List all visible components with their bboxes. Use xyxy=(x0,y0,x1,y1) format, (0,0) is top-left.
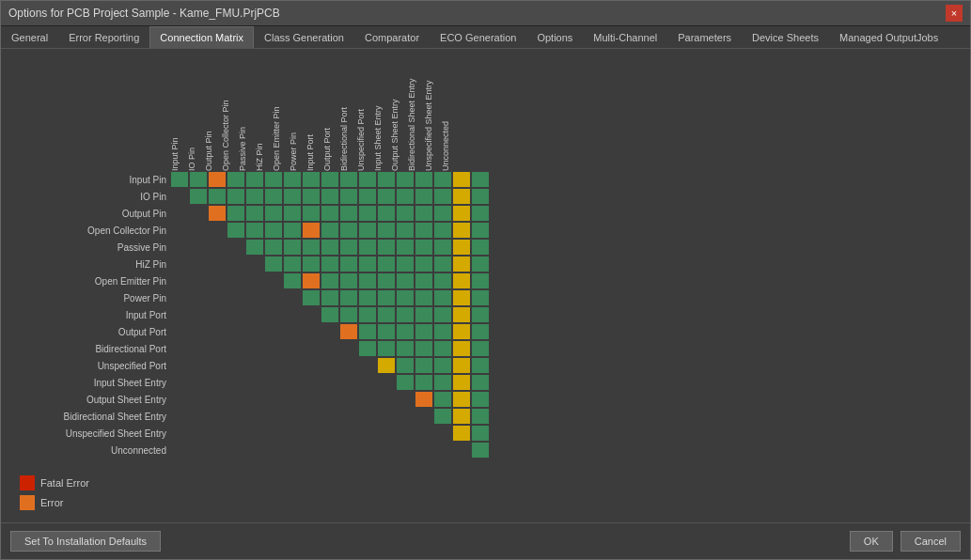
cell-6-6[interactable] xyxy=(284,273,301,288)
cell-16-16[interactable] xyxy=(472,443,489,458)
cell-9-9[interactable] xyxy=(340,324,357,339)
cell-2-2[interactable] xyxy=(209,206,226,221)
cell-10-16[interactable] xyxy=(472,341,489,356)
cell-15-16[interactable] xyxy=(472,426,489,441)
cell-10-14[interactable] xyxy=(434,341,451,356)
cell-3-12[interactable] xyxy=(397,223,414,238)
cell-4-14[interactable] xyxy=(434,240,451,255)
cell-2-3[interactable] xyxy=(227,206,244,221)
cell-7-7[interactable] xyxy=(303,290,320,305)
tab-comparator[interactable]: Comparator xyxy=(354,26,430,48)
cell-3-8[interactable] xyxy=(321,223,338,238)
cell-1-7[interactable] xyxy=(303,189,320,204)
cell-11-14[interactable] xyxy=(434,358,451,373)
cell-14-16[interactable] xyxy=(472,409,489,424)
cell-6-9[interactable] xyxy=(340,273,357,288)
cell-0-3[interactable] xyxy=(227,172,244,187)
tab-device-sheets[interactable]: Device Sheets xyxy=(742,26,829,48)
cell-7-15[interactable] xyxy=(453,290,470,305)
cell-8-14[interactable] xyxy=(434,307,451,322)
cell-7-10[interactable] xyxy=(359,290,376,305)
cell-3-4[interactable] xyxy=(246,223,263,238)
tab-managed-outputjobs[interactable]: Managed OutputJobs xyxy=(829,26,948,48)
cell-12-13[interactable] xyxy=(415,375,432,390)
cell-13-15[interactable] xyxy=(453,392,470,407)
cell-9-14[interactable] xyxy=(434,324,451,339)
cell-5-14[interactable] xyxy=(434,257,451,272)
cell-0-16[interactable] xyxy=(472,172,489,187)
defaults-button[interactable]: Set To Installation Defaults xyxy=(10,531,161,552)
cell-9-10[interactable] xyxy=(359,324,376,339)
tab-parameters[interactable]: Parameters xyxy=(667,26,742,48)
cell-1-2[interactable] xyxy=(209,189,226,204)
cell-2-7[interactable] xyxy=(303,206,320,221)
cell-9-16[interactable] xyxy=(472,324,489,339)
cell-4-5[interactable] xyxy=(265,240,282,255)
cell-2-13[interactable] xyxy=(415,206,432,221)
tab-eco-generation[interactable]: ECO Generation xyxy=(430,26,526,48)
cell-0-14[interactable] xyxy=(434,172,451,187)
cell-1-15[interactable] xyxy=(453,189,470,204)
cell-0-0[interactable] xyxy=(171,172,188,187)
cell-6-15[interactable] xyxy=(453,273,470,288)
cell-3-9[interactable] xyxy=(340,223,357,238)
cell-4-15[interactable] xyxy=(453,240,470,255)
cell-0-9[interactable] xyxy=(340,172,357,187)
cell-3-16[interactable] xyxy=(472,223,489,238)
cell-0-13[interactable] xyxy=(415,172,432,187)
cell-3-5[interactable] xyxy=(265,223,282,238)
cell-8-11[interactable] xyxy=(378,307,395,322)
cell-4-13[interactable] xyxy=(415,240,432,255)
cell-4-11[interactable] xyxy=(378,240,395,255)
cell-6-10[interactable] xyxy=(359,273,376,288)
cell-4-16[interactable] xyxy=(472,240,489,255)
cell-1-9[interactable] xyxy=(340,189,357,204)
cell-0-11[interactable] xyxy=(378,172,395,187)
ok-button[interactable]: OK xyxy=(850,531,893,552)
cell-6-11[interactable] xyxy=(378,273,395,288)
cell-3-15[interactable] xyxy=(453,223,470,238)
cell-13-14[interactable] xyxy=(434,392,451,407)
tab-error-reporting[interactable]: Error Reporting xyxy=(58,26,149,48)
cell-6-13[interactable] xyxy=(415,273,432,288)
cell-12-16[interactable] xyxy=(472,375,489,390)
cell-3-14[interactable] xyxy=(434,223,451,238)
cell-2-6[interactable] xyxy=(284,206,301,221)
cell-2-10[interactable] xyxy=(359,206,376,221)
cell-5-7[interactable] xyxy=(303,257,320,272)
cell-3-3[interactable] xyxy=(227,223,244,238)
cell-7-12[interactable] xyxy=(397,290,414,305)
cell-13-16[interactable] xyxy=(472,392,489,407)
cell-1-4[interactable] xyxy=(246,189,263,204)
cell-7-13[interactable] xyxy=(415,290,432,305)
cell-8-15[interactable] xyxy=(453,307,470,322)
cell-7-8[interactable] xyxy=(321,290,338,305)
cell-9-11[interactable] xyxy=(378,324,395,339)
cell-12-15[interactable] xyxy=(453,375,470,390)
cell-1-11[interactable] xyxy=(378,189,395,204)
cell-0-8[interactable] xyxy=(321,172,338,187)
cell-14-14[interactable] xyxy=(434,409,451,424)
cell-5-11[interactable] xyxy=(378,257,395,272)
cell-7-16[interactable] xyxy=(472,290,489,305)
cell-3-10[interactable] xyxy=(359,223,376,238)
cell-4-9[interactable] xyxy=(340,240,357,255)
cell-10-12[interactable] xyxy=(397,341,414,356)
cell-9-15[interactable] xyxy=(453,324,470,339)
cell-0-12[interactable] xyxy=(397,172,414,187)
cell-2-11[interactable] xyxy=(378,206,395,221)
cell-0-15[interactable] xyxy=(453,172,470,187)
cell-6-8[interactable] xyxy=(321,273,338,288)
cell-1-16[interactable] xyxy=(472,189,489,204)
cell-0-4[interactable] xyxy=(246,172,263,187)
cell-5-16[interactable] xyxy=(472,257,489,272)
cell-1-1[interactable] xyxy=(190,189,207,204)
cancel-button[interactable]: Cancel xyxy=(901,531,961,552)
cell-8-10[interactable] xyxy=(359,307,376,322)
cell-5-15[interactable] xyxy=(453,257,470,272)
cell-8-8[interactable] xyxy=(321,307,338,322)
cell-1-13[interactable] xyxy=(415,189,432,204)
cell-4-12[interactable] xyxy=(397,240,414,255)
cell-1-5[interactable] xyxy=(265,189,282,204)
cell-2-14[interactable] xyxy=(434,206,451,221)
